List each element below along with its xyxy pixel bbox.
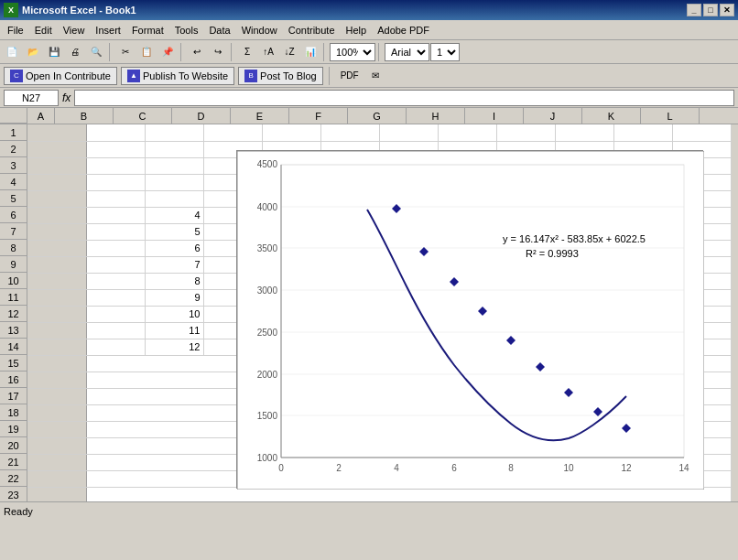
row-header-17[interactable]: 17	[0, 388, 27, 404]
svg-text:2000: 2000	[257, 370, 278, 380]
row-header-3[interactable]: 3	[0, 157, 27, 174]
post-blog-button[interactable]: B Post To Blog	[238, 67, 323, 85]
menu-window[interactable]: Window	[236, 23, 283, 38]
excel-icon: X	[4, 3, 18, 17]
menu-view[interactable]: View	[58, 23, 91, 38]
row-header-22[interactable]: 22	[0, 470, 27, 487]
row-header-5[interactable]: 5	[0, 190, 27, 207]
zoom-select[interactable]: 100%	[330, 43, 375, 61]
row-header-19[interactable]: 19	[0, 421, 27, 437]
menu-file[interactable]: File	[2, 23, 29, 38]
status-text: Ready	[4, 506, 33, 517]
print-button[interactable]: 🖨	[65, 42, 85, 62]
row-header-4[interactable]: 4	[0, 174, 27, 190]
row-header-13[interactable]: 13	[0, 322, 27, 339]
redo-button[interactable]: ↪	[208, 42, 228, 62]
post-blog-label: Post To Blog	[260, 70, 317, 81]
chart-area[interactable]: 4500 4000 3500 3000 2500	[236, 150, 703, 489]
publish-website-button[interactable]: ▲ Publish To Website	[121, 67, 234, 85]
row-header-12[interactable]: 12	[0, 306, 27, 322]
col-header-d[interactable]: D	[172, 108, 231, 124]
col-header-k[interactable]: K	[582, 108, 641, 124]
svg-text:1500: 1500	[257, 411, 278, 421]
menu-contribute[interactable]: Contribute	[283, 23, 341, 38]
row-header-16[interactable]: 16	[0, 372, 27, 388]
email-button[interactable]: ✉	[365, 66, 385, 86]
sep2	[180, 43, 184, 61]
chart-button[interactable]: 📊	[300, 42, 320, 62]
font-size-select[interactable]: 10	[430, 43, 460, 61]
col-header-e[interactable]: E	[231, 108, 289, 124]
row-header-2[interactable]: 2	[0, 141, 27, 157]
col-header-l[interactable]: L	[641, 108, 700, 124]
new-button[interactable]: 📄	[2, 42, 22, 62]
row-header-1[interactable]: 1	[0, 124, 27, 141]
sep5	[378, 43, 382, 61]
formula-bar: N27 fx	[0, 88, 738, 108]
save-button[interactable]: 💾	[44, 42, 64, 62]
svg-text:2: 2	[336, 463, 342, 473]
col-header-j[interactable]: J	[524, 108, 582, 124]
grid-content: 43970 53460 63100 72750 82400 92080 1017…	[27, 124, 738, 501]
cell-reference[interactable]: N27	[4, 90, 59, 106]
svg-text:1000: 1000	[257, 453, 278, 463]
sort-desc-button[interactable]: ↓Z	[279, 42, 299, 62]
svg-text:3000: 3000	[257, 285, 278, 296]
formula-input[interactable]	[74, 90, 734, 106]
col-header-f[interactable]: F	[289, 108, 348, 124]
col-header-g[interactable]: G	[348, 108, 407, 124]
row-header-20[interactable]: 20	[0, 437, 27, 454]
window-controls: _ □ ✕	[687, 4, 734, 16]
close-button[interactable]: ✕	[720, 4, 734, 16]
preview-button[interactable]: 🔍	[86, 42, 106, 62]
row-header-6[interactable]: 6	[0, 207, 27, 223]
minimize-button[interactable]: _	[687, 4, 701, 16]
menu-edit[interactable]: Edit	[29, 23, 58, 38]
font-select[interactable]: Arial	[385, 43, 429, 61]
r-squared-label: R² = 0.9993	[526, 248, 579, 259]
row-header-11[interactable]: 11	[0, 289, 27, 306]
cut-button[interactable]: ✂	[115, 42, 136, 62]
menu-help[interactable]: Help	[341, 23, 373, 38]
row-header-18[interactable]: 18	[0, 404, 27, 421]
menu-insert[interactable]: Insert	[90, 23, 126, 38]
pdf-button[interactable]: PDF	[338, 66, 362, 86]
row-header-21[interactable]: 21	[0, 454, 27, 470]
sort-asc-button[interactable]: ↑A	[258, 42, 278, 62]
open-in-contribute-button[interactable]: C Open In Contribute	[4, 67, 117, 85]
row-header-7[interactable]: 7	[0, 223, 27, 240]
sum-button[interactable]: Σ	[237, 42, 257, 62]
open-button[interactable]: 📂	[23, 42, 43, 62]
col-header-a[interactable]: A	[27, 108, 55, 124]
sep3	[231, 43, 234, 61]
copy-button[interactable]: 📋	[136, 42, 157, 62]
col-header-c[interactable]: C	[114, 108, 172, 124]
column-headers: A B C D E F G H I J K L	[0, 108, 738, 124]
fx-label: fx	[62, 92, 71, 104]
window-title: Microsoft Excel - Book1	[22, 5, 136, 16]
col-header-b[interactable]: B	[55, 108, 114, 124]
contribute-toolbar: C Open In Contribute ▲ Publish To Websit…	[0, 64, 738, 88]
svg-text:3500: 3500	[257, 243, 278, 253]
row-header-8[interactable]: 8	[0, 240, 27, 256]
row-headers: 1 2 3 4 5 6 7 8 9 10 11 12 13 14 15 16 1…	[0, 124, 27, 501]
row-header-9[interactable]: 9	[0, 256, 27, 273]
menu-format[interactable]: Format	[126, 23, 169, 38]
corner-cell	[0, 108, 27, 124]
undo-button[interactable]: ↩	[187, 42, 207, 62]
row-header-15[interactable]: 15	[0, 355, 27, 372]
chart-svg: 4500 4000 3500 3000 2500	[237, 151, 704, 490]
row-header-10[interactable]: 10	[0, 273, 27, 289]
paste-button[interactable]: 📌	[157, 42, 178, 62]
col-header-i[interactable]: I	[465, 108, 524, 124]
svg-text:2500: 2500	[257, 328, 278, 338]
maximize-button[interactable]: □	[703, 4, 718, 16]
svg-text:4000: 4000	[257, 202, 278, 212]
menu-adobe-pdf[interactable]: Adobe PDF	[372, 23, 435, 38]
publish-icon: ▲	[127, 70, 140, 82]
menu-tools[interactable]: Tools	[169, 23, 204, 38]
row-header-14[interactable]: 14	[0, 339, 27, 355]
col-header-h[interactable]: H	[407, 108, 465, 124]
menu-data[interactable]: Data	[203, 23, 235, 38]
row-header-23[interactable]: 23	[0, 487, 27, 501]
